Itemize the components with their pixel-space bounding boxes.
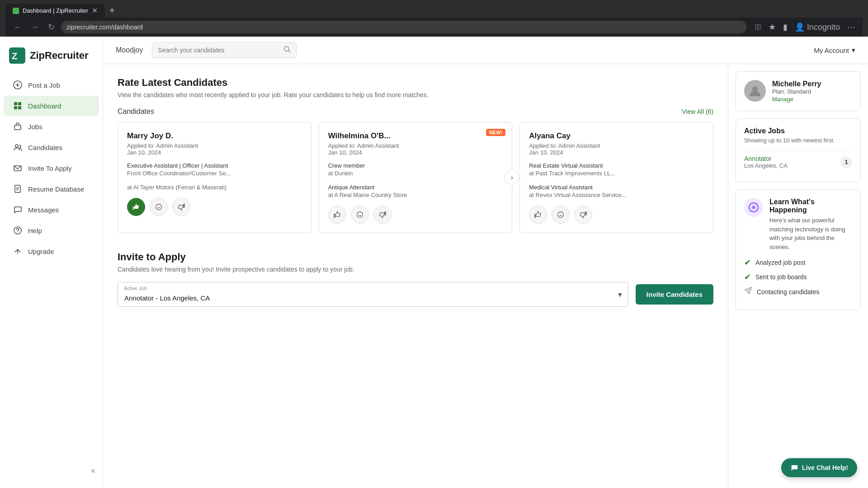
sidebar: Z ZipRecruiter Post a Job Dashboard Jobs <box>0 37 103 488</box>
profile-plan: Plan: Standard <box>772 88 821 95</box>
profile-card: Michelle Perry Plan: Standard Manage <box>736 71 861 111</box>
new-tab-button[interactable]: + <box>106 4 118 18</box>
sidebar-item-help[interactable]: Help <box>4 221 99 240</box>
live-chat-button[interactable]: Live Chat Help! <box>781 458 857 477</box>
status-label-1: Analyzed job post <box>755 259 806 266</box>
company-2b: at A Real Maine Country Store <box>328 192 503 198</box>
invite-form: Active Job Annotator - Los Angeles, CA ▾… <box>118 282 713 307</box>
check-icon-1: ✔ <box>744 258 751 267</box>
sidebar-item-post-job[interactable]: Post a Job <box>4 75 99 95</box>
rating-buttons-3 <box>529 206 704 224</box>
account-button[interactable]: My Account ▾ <box>814 46 855 54</box>
sidebar-item-dashboard[interactable]: Dashboard <box>4 96 99 116</box>
thumbs-up-button-2[interactable] <box>328 206 346 224</box>
account-label: My Account <box>814 47 849 54</box>
status-item-2: ✔ Sent to job boards <box>744 272 852 282</box>
sidebar-collapse-button[interactable]: « <box>91 466 95 475</box>
resume-icon <box>13 184 23 194</box>
active-tab[interactable]: Dashboard | ZipRecruiter ✕ <box>5 4 105 18</box>
invite-candidates-button[interactable]: Invite Candidates <box>636 284 713 305</box>
rate-candidates-title: Rate Latest Candidates <box>118 77 713 89</box>
sidebar-item-label-invite: Invite To Apply <box>28 164 71 172</box>
eye-off-icon[interactable]: 👁̸ <box>754 21 763 34</box>
sidebar-item-messages[interactable]: Messages <box>4 200 99 220</box>
svg-point-25 <box>558 212 564 218</box>
back-button[interactable]: ← <box>11 21 24 34</box>
browser-toolbar: ← → ↻ 👁̸ ★ ▮ 👤 Incognito ⋯ <box>5 18 863 37</box>
learn-text: Learn What's Happening Here's what our p… <box>769 198 852 251</box>
sidebar-item-label-candidates: Candidates <box>28 144 62 151</box>
applied-date-1: Jan 10, 2024 <box>127 149 302 156</box>
address-bar[interactable] <box>61 21 746 33</box>
job-select-wrapper: Active Job Annotator - Los Angeles, CA ▾ <box>118 282 628 307</box>
forward-button[interactable]: → <box>28 21 42 34</box>
thumbs-neutral-button-2[interactable] <box>351 206 369 224</box>
sidebar-item-resume-database[interactable]: Resume Database <box>4 179 99 199</box>
extensions-button[interactable]: ⋯ <box>845 20 857 34</box>
sidebar-item-candidates[interactable]: Candidates <box>4 137 99 157</box>
sidebar-item-invite-to-apply[interactable]: Invite To Apply <box>4 158 99 178</box>
sidebar-item-label-resume: Resume Database <box>28 185 84 193</box>
invite-icon <box>13 163 23 173</box>
send-icon <box>744 286 752 297</box>
active-job-label: Active Job <box>124 286 147 291</box>
company-2a: at Dunkin <box>328 170 503 177</box>
invite-desc: Candidates love hearing from you! Invite… <box>118 266 713 273</box>
job-title-3b: Medical Virtual Assistant <box>529 184 704 191</box>
help-icon <box>13 225 23 235</box>
active-job-select[interactable]: Annotator - Los Angeles, CA <box>118 282 628 307</box>
thumbs-neutral-button-1[interactable] <box>150 198 168 216</box>
candidate-name-3: Alyana Cay <box>529 131 704 141</box>
tab-close-button[interactable]: ✕ <box>92 6 98 15</box>
svg-point-21 <box>156 204 162 210</box>
rating-buttons-2 <box>328 206 503 224</box>
learn-title: Learn What's Happening <box>769 198 852 214</box>
avatar <box>744 80 766 102</box>
split-view-icon[interactable]: ▮ <box>781 20 789 34</box>
post-job-icon <box>13 80 23 90</box>
right-panel: Michelle Perry Plan: Standard Manage Act… <box>728 64 868 488</box>
plan-value: Standard <box>787 88 811 95</box>
thumbs-down-button-1[interactable] <box>172 198 190 216</box>
bookmark-icon[interactable]: ★ <box>767 20 778 34</box>
browser-tabs: Dashboard | ZipRecruiter ✕ + <box>5 4 863 18</box>
manage-link[interactable]: Manage <box>772 96 821 103</box>
next-arrow-button[interactable]: › <box>505 170 519 185</box>
svg-line-31 <box>747 289 750 291</box>
svg-line-20 <box>288 51 290 52</box>
tab-title: Dashboard | ZipRecruiter <box>23 7 88 14</box>
sidebar-item-label-upgrade: Upgrade <box>28 248 54 255</box>
invite-title: Invite to Apply <box>118 251 713 263</box>
thumbs-neutral-button-3[interactable] <box>552 206 570 224</box>
sidebar-item-jobs[interactable]: Jobs <box>4 117 99 136</box>
search-input[interactable] <box>158 47 280 54</box>
sidebar-item-label-messages: Messages <box>28 206 59 214</box>
svg-point-19 <box>284 47 289 51</box>
view-all-link[interactable]: View All (6) <box>682 108 713 115</box>
logo-text: ZipRecruiter <box>30 50 89 61</box>
svg-rect-7 <box>14 106 17 109</box>
applied-to-1: Applied to: Admin Assistant <box>127 142 302 149</box>
plan-label: Plan: <box>772 88 786 95</box>
profile-name: Michelle Perry <box>772 80 821 88</box>
active-jobs-title: Active Jobs <box>744 127 852 135</box>
job-title-1a: Executive Assistant | Officer | Assistan… <box>127 162 302 169</box>
company-3a: at Past Track Improvements LL... <box>529 170 704 177</box>
thumbs-up-button-1[interactable] <box>127 198 145 216</box>
company-3b: at Revex Virtual Assistance Service... <box>529 192 704 198</box>
active-job-location: Los Angeles, CA <box>744 162 788 169</box>
browser-chrome: Dashboard | ZipRecruiter ✕ + ← → ↻ 👁̸ ★ … <box>0 0 868 37</box>
incognito-button[interactable]: 👤 Incognito <box>793 20 842 34</box>
thumbs-up-button-3[interactable] <box>529 206 547 224</box>
browser-actions: 👁̸ ★ ▮ 👤 Incognito ⋯ <box>754 20 857 34</box>
logo: Z ZipRecruiter <box>9 47 94 64</box>
svg-rect-8 <box>18 106 21 109</box>
refresh-button[interactable]: ↻ <box>45 20 57 34</box>
active-job-title-link[interactable]: Annotator <box>744 155 788 162</box>
thumbs-down-button-2[interactable] <box>373 206 392 224</box>
app: Z ZipRecruiter Post a Job Dashboard Jobs <box>0 37 868 488</box>
thumbs-down-button-3[interactable] <box>574 206 592 224</box>
status-label-2: Sent to job boards <box>755 273 807 281</box>
sidebar-collapse-area: « <box>0 460 103 481</box>
sidebar-item-upgrade[interactable]: Upgrade <box>4 241 99 261</box>
